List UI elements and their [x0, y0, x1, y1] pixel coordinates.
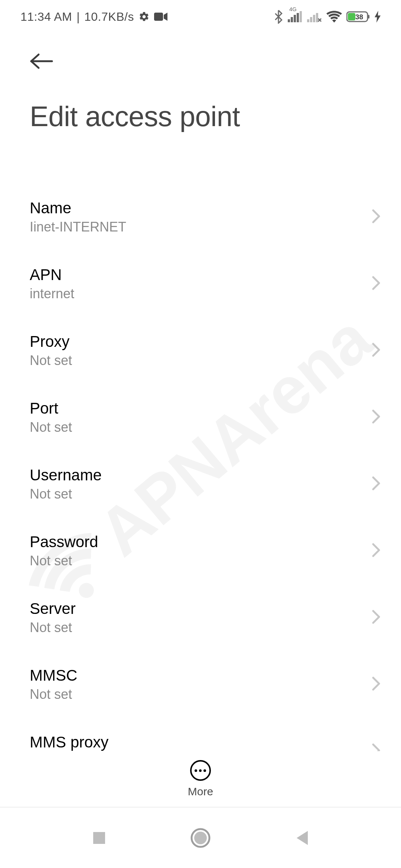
chevron-right-icon [372, 543, 381, 559]
page-title: Edit access point [30, 100, 371, 132]
svg-rect-3 [294, 15, 296, 22]
svg-rect-2 [291, 17, 293, 22]
chevron-right-icon [372, 342, 381, 359]
more-label: More [188, 785, 213, 798]
row-proxy[interactable]: Proxy Not set [0, 317, 401, 384]
chevron-right-icon [372, 409, 381, 425]
chevron-right-icon [372, 609, 381, 626]
row-password[interactable]: Password Not set [0, 517, 401, 584]
row-port[interactable]: Port Not set [0, 384, 401, 451]
bluetooth-icon [274, 10, 283, 24]
system-nav-bar [0, 807, 401, 868]
charging-bolt-icon [375, 11, 381, 23]
row-label: Password [30, 533, 98, 551]
nav-back-button[interactable] [289, 825, 315, 851]
chevron-right-icon [372, 476, 381, 492]
more-button[interactable]: More [188, 760, 213, 798]
status-bar: 11:34 AM | 10.7KB/s 4G 38 [0, 0, 401, 33]
row-label: MMS proxy [30, 733, 108, 751]
cellular-signal-1-icon: 4G [288, 11, 303, 22]
row-value: Iinet-INTERNET [30, 219, 126, 235]
more-horizontal-icon [190, 760, 211, 781]
row-label: Proxy [30, 333, 72, 351]
row-name[interactable]: Name Iinet-INTERNET [0, 184, 401, 250]
svg-rect-15 [93, 832, 105, 844]
row-value: Not set [30, 620, 76, 635]
svg-rect-4 [297, 13, 299, 22]
arrow-left-icon [30, 53, 53, 69]
row-label: MMSC [30, 667, 77, 684]
svg-rect-11 [368, 15, 369, 19]
row-mmsc[interactable]: MMSC Not set [0, 651, 401, 718]
row-label: Name [30, 199, 126, 217]
video-camera-icon [154, 12, 167, 22]
status-time: 11:34 AM [20, 10, 72, 24]
bottom-action-bar: More [0, 751, 401, 807]
circle-icon [190, 828, 211, 848]
battery-icon: 38 [346, 11, 370, 23]
square-icon [92, 831, 107, 845]
row-label: APN [30, 266, 74, 284]
battery-pct: 38 [355, 13, 363, 21]
row-value: internet [30, 286, 74, 302]
chevron-right-icon [372, 676, 381, 693]
svg-rect-0 [154, 13, 163, 21]
triangle-left-icon [294, 829, 309, 846]
status-left: 11:34 AM | 10.7KB/s [20, 10, 167, 24]
svg-rect-8 [313, 15, 315, 22]
svg-rect-9 [316, 13, 318, 22]
row-label: Port [30, 400, 72, 417]
row-value: Not set [30, 486, 102, 502]
row-label: Username [30, 466, 102, 484]
nav-home-button[interactable] [188, 825, 213, 851]
svg-rect-12 [348, 13, 355, 20]
row-value: Not set [30, 553, 98, 569]
page-header: Edit access point [0, 33, 401, 136]
row-label: Server [30, 600, 76, 618]
cell-4g-label: 4G [289, 6, 297, 12]
row-mms-proxy[interactable]: MMS proxy Not set [0, 718, 401, 751]
wifi-icon [326, 11, 342, 23]
row-server[interactable]: Server Not set [0, 584, 401, 651]
chevron-right-icon [372, 209, 381, 225]
svg-rect-7 [310, 17, 312, 22]
svg-rect-1 [288, 19, 290, 22]
chevron-right-icon [372, 743, 381, 751]
row-value: Not set [30, 420, 72, 435]
row-value: Not set [30, 687, 77, 702]
row-value: Not set [30, 353, 72, 368]
gear-icon [138, 11, 150, 22]
cellular-signal-2-icon [307, 11, 322, 22]
back-button[interactable] [30, 48, 56, 74]
status-separator: | [76, 10, 80, 24]
row-apn[interactable]: APN internet [0, 250, 401, 317]
nav-recents-button[interactable] [86, 825, 112, 851]
row-username[interactable]: Username Not set [0, 451, 401, 517]
svg-point-17 [194, 832, 207, 844]
settings-list: Name Iinet-INTERNET APN internet Proxy N… [0, 184, 401, 751]
status-net-speed: 10.7KB/s [84, 10, 134, 24]
status-right: 4G 38 [274, 10, 381, 24]
svg-rect-5 [300, 11, 302, 22]
svg-rect-6 [307, 19, 309, 22]
chevron-right-icon [372, 276, 381, 292]
